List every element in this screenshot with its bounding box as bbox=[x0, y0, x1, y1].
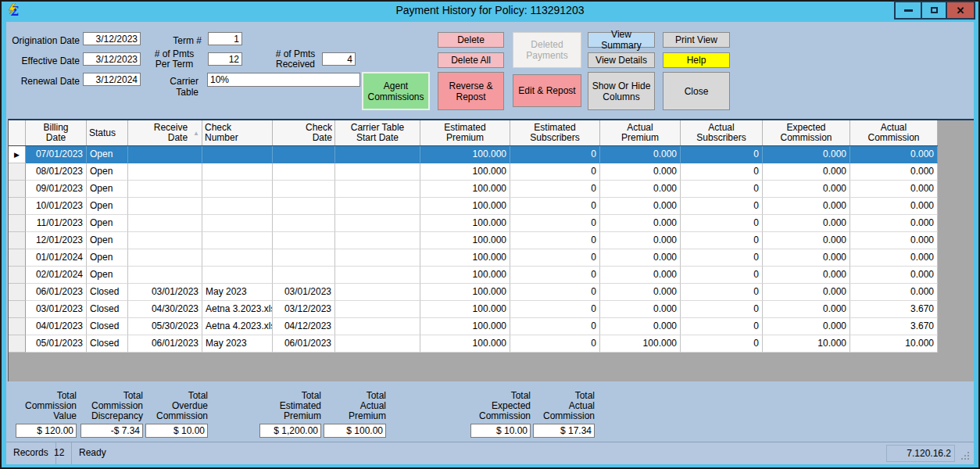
grid-cell[interactable]: 10/01/2023 bbox=[26, 198, 87, 215]
grid-cell[interactable]: 04/01/2023 bbox=[26, 318, 87, 335]
carrier-table-field[interactable] bbox=[207, 73, 360, 87]
close-window-button[interactable]: ✕ bbox=[946, 2, 974, 18]
grid-cell[interactable]: 0.000 bbox=[763, 267, 850, 284]
grid-cell[interactable]: 0.000 bbox=[850, 284, 938, 301]
grid-cell[interactable]: 10.000 bbox=[850, 335, 938, 353]
effective-date-field[interactable] bbox=[83, 52, 141, 66]
print-view-button[interactable]: Print View bbox=[663, 32, 730, 48]
grid-cell[interactable]: 100.000 bbox=[420, 198, 510, 215]
grid-cell[interactable] bbox=[335, 163, 420, 181]
grid-cell[interactable] bbox=[335, 301, 420, 318]
grid-cell[interactable]: 0 bbox=[681, 181, 763, 198]
grid-cell[interactable]: 0.000 bbox=[850, 181, 938, 198]
agent-commissions-button[interactable]: Agent Commissions bbox=[362, 72, 430, 110]
grid-cell[interactable] bbox=[202, 163, 273, 181]
grid-cell[interactable]: 0.000 bbox=[763, 232, 850, 249]
grid-cell[interactable]: 100.000 bbox=[600, 335, 681, 353]
grid-cell[interactable]: 0.000 bbox=[600, 267, 681, 284]
grid-cell[interactable]: 04/12/2023 bbox=[273, 318, 335, 335]
table-row[interactable]: 09/01/2023Open100.00000.00000.0000.000 bbox=[9, 181, 938, 198]
maximize-button[interactable] bbox=[921, 2, 946, 18]
column-header[interactable]: Carrier Table Start Date bbox=[335, 120, 420, 145]
table-row[interactable]: 08/01/2023Open100.00000.00000.0000.000 bbox=[9, 163, 938, 181]
grid-cell[interactable]: May 2023 bbox=[202, 335, 273, 353]
grid-cell[interactable] bbox=[128, 198, 202, 215]
reverse-repost-button[interactable]: Reverse & Repost bbox=[438, 72, 504, 110]
grid-cell[interactable]: 0 bbox=[510, 181, 600, 198]
column-header[interactable]: Status bbox=[87, 120, 128, 145]
grid-cell[interactable]: 0.000 bbox=[600, 146, 681, 163]
table-row[interactable]: 01/01/2024Open100.00000.00000.0000.000 bbox=[9, 249, 938, 267]
grid-cell[interactable] bbox=[335, 232, 420, 249]
grid-cell[interactable]: 0 bbox=[681, 146, 763, 163]
grid-cell[interactable]: 100.000 bbox=[420, 318, 510, 335]
grid-cell[interactable]: 0.000 bbox=[600, 284, 681, 301]
grid-cell[interactable] bbox=[128, 163, 202, 181]
grid-cell[interactable]: 0.000 bbox=[763, 249, 850, 267]
grid-cell[interactable]: 0.000 bbox=[600, 215, 681, 232]
grid-cell[interactable] bbox=[335, 249, 420, 267]
grid-cell[interactable]: 0.000 bbox=[763, 146, 850, 163]
grid-cell[interactable]: 0 bbox=[681, 301, 763, 318]
resize-grip-icon[interactable] bbox=[960, 450, 971, 461]
grid-cell[interactable]: 100.000 bbox=[420, 335, 510, 353]
table-row[interactable]: 05/01/2023Closed06/01/2023May 202306/01/… bbox=[9, 335, 938, 353]
grid-cell[interactable] bbox=[273, 146, 335, 163]
grid-cell[interactable]: 0.000 bbox=[850, 267, 938, 284]
grid-cell[interactable]: 0 bbox=[681, 215, 763, 232]
grid-cell[interactable] bbox=[128, 181, 202, 198]
grid-cell[interactable]: 0 bbox=[510, 215, 600, 232]
table-row[interactable]: 02/01/2024Open100.00000.00000.0000.000 bbox=[9, 267, 938, 284]
grid-cell[interactable]: 02/01/2024 bbox=[26, 267, 87, 284]
grid-cell[interactable] bbox=[335, 318, 420, 335]
grid-cell[interactable]: Open bbox=[87, 215, 128, 232]
grid-cell[interactable] bbox=[128, 267, 202, 284]
grid-cell[interactable]: Closed bbox=[87, 284, 128, 301]
pmts-per-term-field[interactable] bbox=[208, 52, 242, 66]
grid-cell[interactable]: 3.670 bbox=[850, 318, 938, 335]
grid-cell[interactable]: 100.000 bbox=[420, 232, 510, 249]
column-header[interactable]: Estimated Premium bbox=[420, 120, 510, 145]
grid-cell[interactable]: 0.000 bbox=[763, 301, 850, 318]
grid-cell[interactable]: Open bbox=[87, 146, 128, 163]
grid-cell[interactable]: 06/01/2023 bbox=[26, 284, 87, 301]
grid-cell[interactable]: 0 bbox=[681, 284, 763, 301]
grid-cell[interactable]: Open bbox=[87, 163, 128, 181]
grid-cell[interactable] bbox=[273, 249, 335, 267]
table-row[interactable]: 06/01/2023Closed03/01/2023May 202303/01/… bbox=[9, 284, 938, 301]
renewal-date-field[interactable] bbox=[83, 73, 141, 86]
grid-cell[interactable]: 0 bbox=[510, 198, 600, 215]
grid-cell[interactable]: 0.000 bbox=[763, 198, 850, 215]
grid-cell[interactable]: 03/01/2023 bbox=[26, 301, 87, 318]
grid-cell[interactable]: 100.000 bbox=[420, 163, 510, 181]
grid-cell[interactable]: 100.000 bbox=[420, 215, 510, 232]
column-header[interactable]: Check Date bbox=[273, 120, 335, 145]
grid-cell[interactable]: 0 bbox=[681, 198, 763, 215]
grid-cell[interactable] bbox=[128, 249, 202, 267]
row-selector[interactable] bbox=[9, 284, 26, 301]
grid-cell[interactable]: 100.000 bbox=[420, 267, 510, 284]
grid-cell[interactable]: 12/01/2023 bbox=[26, 232, 87, 249]
grid-cell[interactable]: 100.000 bbox=[420, 284, 510, 301]
grid-cell[interactable] bbox=[128, 232, 202, 249]
grid-cell[interactable]: Open bbox=[87, 198, 128, 215]
row-selector[interactable] bbox=[9, 163, 26, 181]
grid-cell[interactable] bbox=[335, 215, 420, 232]
grid-cell[interactable]: May 2023 bbox=[202, 284, 273, 301]
grid-cell[interactable]: 0.000 bbox=[600, 198, 681, 215]
grid-cell[interactable] bbox=[128, 146, 202, 163]
grid-cell[interactable] bbox=[335, 284, 420, 301]
delete-all-button[interactable]: Delete All bbox=[438, 52, 504, 68]
help-button[interactable]: Help bbox=[663, 52, 730, 68]
table-row[interactable]: 03/01/2023Closed04/30/2023Aetna 3.2023.x… bbox=[9, 301, 938, 318]
grid-cell[interactable]: 10.000 bbox=[763, 335, 850, 353]
grid-cell[interactable] bbox=[128, 215, 202, 232]
column-header[interactable]: Actual Premium bbox=[600, 120, 681, 145]
grid-cell[interactable]: 0.000 bbox=[600, 232, 681, 249]
column-header[interactable]: Check Number bbox=[202, 120, 273, 145]
grid-cell[interactable]: 0.000 bbox=[763, 163, 850, 181]
grid-cell[interactable]: 05/30/2023 bbox=[128, 318, 202, 335]
grid-cell[interactable]: 0.000 bbox=[763, 318, 850, 335]
row-selector[interactable] bbox=[9, 318, 26, 335]
grid-cell[interactable]: 100.000 bbox=[420, 181, 510, 198]
